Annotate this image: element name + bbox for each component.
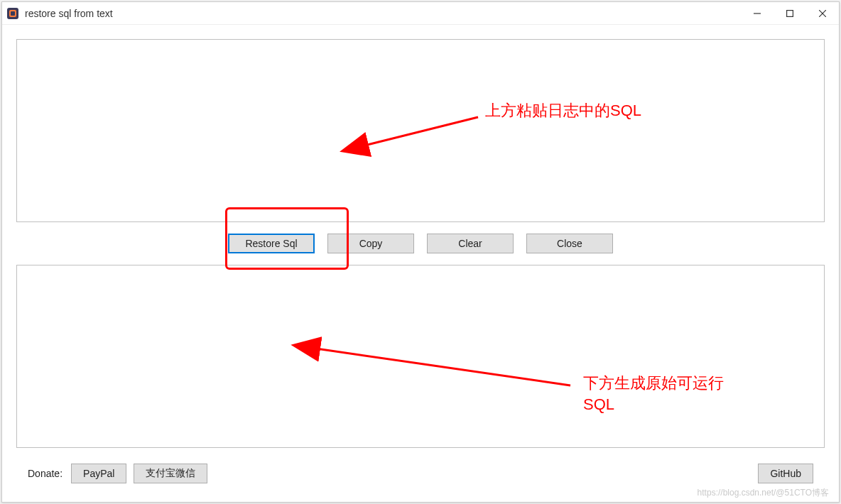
svg-rect-2 [11,11,15,16]
clear-button[interactable]: Clear [427,234,514,253]
action-button-row: Restore Sql Copy Clear Close [16,231,825,256]
footer-bar: Donate: PayPal 支付宝微信 GitHub [16,456,825,492]
github-button[interactable]: GitHub [758,464,813,483]
donate-label: Donate: [28,468,63,479]
maximize-button[interactable] [774,2,806,24]
svg-rect-4 [787,10,793,16]
window-title: restore sql from text [25,8,741,19]
app-icon [6,7,19,20]
restore-sql-button[interactable]: Restore Sql [228,234,315,253]
close-window-button[interactable] [806,2,839,24]
app-window: restore sql from text Restore Sql Copy C… [1,1,840,503]
content-area: Restore Sql Copy Clear Close Donate: Pay… [2,25,839,502]
copy-button[interactable]: Copy [327,234,414,253]
close-button[interactable]: Close [526,234,613,253]
paypal-button[interactable]: PayPal [71,464,126,483]
title-bar: restore sql from text [2,2,839,25]
input-sql-textarea[interactable] [16,39,825,222]
output-sql-textarea[interactable] [16,265,825,448]
minimize-button[interactable] [741,2,774,24]
alipay-wechat-button[interactable]: 支付宝微信 [134,464,207,483]
window-controls [741,2,839,24]
